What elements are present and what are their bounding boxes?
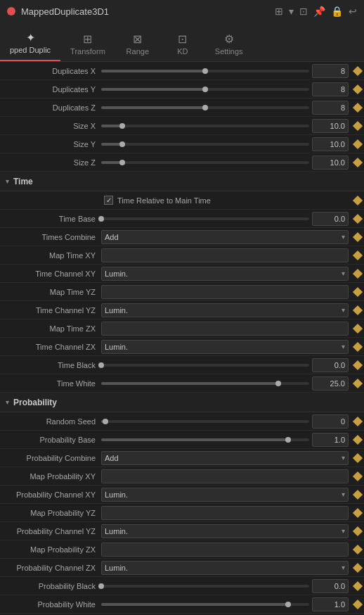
keyframe-map-time-xy[interactable] [353, 250, 363, 260]
keyframe-probability-black[interactable] [353, 581, 363, 590]
tab-range-label: Range [126, 47, 149, 56]
control-time-base [101, 212, 361, 226]
row-map-prob-xy: Map Probability XY [0, 467, 364, 486]
tab-mapped-duplic-icon: ✦ [26, 31, 35, 44]
input-map-prob-zx[interactable] [101, 543, 349, 557]
input-size-y[interactable] [312, 137, 349, 151]
slider-random-seed[interactable] [101, 416, 309, 427]
keyframe-map-time-zx[interactable] [353, 323, 363, 333]
slider-probability-base[interactable] [101, 434, 309, 445]
slider-duplicates-z[interactable] [101, 102, 309, 113]
dropdown-prob-channel-yz[interactable]: Lumin. ▾ [101, 524, 349, 538]
input-size-x[interactable] [312, 119, 349, 133]
dropdown-time-channel-xy[interactable]: Lumin. ▾ [101, 267, 349, 281]
slider-size-y[interactable] [101, 139, 309, 150]
input-map-time-xy[interactable] [101, 248, 349, 262]
row-probability-base: Probability Base [0, 431, 364, 449]
label-time-channel-zx: Time Channel ZX [3, 343, 101, 351]
tab-kd[interactable]: ⊡ KD [160, 28, 205, 61]
keyframe-map-prob-xy[interactable] [353, 471, 363, 481]
row-map-time-yz: Map Time YZ [0, 283, 364, 301]
slider-size-z[interactable] [101, 157, 309, 168]
keyframe-prob-channel-zx[interactable] [353, 562, 363, 572]
keyframe-prob-channel-xy[interactable] [353, 489, 363, 499]
keyframe-time-base[interactable] [353, 213, 363, 223]
input-probability-base[interactable] [312, 433, 349, 447]
dropdown-time-channel-xy-arrow: ▾ [342, 270, 345, 277]
input-map-prob-yz[interactable] [101, 506, 349, 520]
label-size-z: Size Z [3, 158, 101, 167]
window-icon-2[interactable]: ⊡ [299, 6, 308, 17]
section-header-time[interactable]: ▾ Time [0, 172, 364, 191]
label-map-prob-zx: Map Probability ZX [3, 545, 101, 554]
dropdown-time-channel-yz-arrow: ▾ [342, 306, 345, 314]
grid-icon[interactable]: ⊞ [275, 6, 283, 17]
keyframe-time-white[interactable] [353, 378, 363, 388]
keyframe-probability-white[interactable] [353, 599, 363, 609]
keyframe-time-black[interactable] [353, 360, 363, 369]
row-duplicates-x: Duplicates X [0, 62, 364, 80]
input-duplicates-x[interactable] [312, 64, 349, 78]
close-button[interactable] [7, 7, 15, 15]
input-size-z[interactable] [312, 156, 349, 170]
dropdown-prob-channel-xy[interactable]: Lumin. ▾ [101, 488, 349, 502]
row-prob-channel-xy: Probability Channel XY Lumin. ▾ [0, 486, 364, 504]
keyframe-size-z[interactable] [353, 157, 363, 167]
tab-settings[interactable]: ⚙ Settings [205, 28, 253, 61]
checkbox-time-relative[interactable]: ✓ [104, 196, 113, 205]
section-header-probability[interactable]: ▾ Probability [0, 393, 364, 412]
keyframe-random-seed[interactable] [353, 416, 363, 426]
tab-mapped-duplic[interactable]: ✦ pped Duplic [0, 27, 60, 61]
dropdown-time-channel-yz[interactable]: Lumin. ▾ [101, 303, 349, 317]
keyframe-size-x[interactable] [353, 120, 363, 130]
keyframe-time-relative[interactable] [353, 195, 363, 205]
input-random-seed[interactable] [312, 414, 349, 429]
keyframe-map-prob-zx[interactable] [353, 544, 363, 554]
keyframe-time-channel-xy[interactable] [353, 268, 363, 278]
input-duplicates-z[interactable] [312, 101, 349, 115]
keyframe-map-prob-yz[interactable] [353, 507, 363, 517]
slider-time-black[interactable] [101, 360, 309, 371]
keyframe-times-combine[interactable] [353, 232, 363, 241]
keyframe-prob-channel-yz[interactable] [353, 526, 363, 535]
row-time-black: Time Black [0, 356, 364, 374]
dropdown-times-combine-value: Add [105, 233, 119, 241]
dropdown-times-combine[interactable]: Add ▾ [101, 230, 349, 244]
slider-probability-black[interactable] [101, 581, 309, 592]
slider-time-base[interactable] [101, 213, 309, 224]
keyframe-map-time-yz[interactable] [353, 286, 363, 296]
slider-duplicates-y[interactable] [101, 84, 309, 95]
control-map-time-yz [101, 285, 361, 299]
slider-probability-white[interactable] [101, 599, 309, 610]
tab-transform[interactable]: ⊞ Transform [60, 28, 115, 61]
input-map-prob-xy[interactable] [101, 469, 349, 483]
dropdown-probability-combine[interactable]: Add ▾ [101, 451, 349, 465]
input-probability-black[interactable] [312, 579, 349, 593]
section-title-time: Time [13, 177, 33, 186]
input-time-white[interactable] [312, 376, 349, 391]
dropdown-prob-channel-zx[interactable]: Lumin. ▾ [101, 561, 349, 575]
input-map-time-zx[interactable] [101, 322, 349, 336]
keyframe-duplicates-y[interactable] [353, 84, 363, 94]
input-duplicates-y[interactable] [312, 82, 349, 96]
slider-duplicates-x[interactable] [101, 65, 309, 77]
dropdown-time-channel-zx[interactable]: Lumin. ▾ [101, 340, 349, 354]
keyframe-duplicates-z[interactable] [353, 102, 363, 112]
input-probability-white[interactable] [312, 597, 349, 611]
input-map-time-yz[interactable] [101, 285, 349, 299]
keyframe-time-channel-zx[interactable] [353, 341, 363, 351]
keyframe-size-y[interactable] [353, 139, 363, 148]
slider-time-white[interactable] [101, 378, 309, 389]
keyframe-probability-base[interactable] [353, 434, 363, 444]
keyframe-probability-combine[interactable] [353, 452, 363, 462]
keyframe-duplicates-x[interactable] [353, 65, 363, 75]
pin-icon[interactable]: 📌 [313, 6, 325, 17]
chevron-icon[interactable]: ▾ [289, 6, 294, 17]
lock-icon[interactable]: 🔒 [331, 6, 343, 17]
tab-range[interactable]: ⊠ Range [115, 28, 160, 61]
slider-size-x[interactable] [101, 120, 309, 132]
input-time-base[interactable] [312, 212, 349, 226]
reset-icon[interactable]: ↩ [349, 6, 357, 17]
keyframe-time-channel-yz[interactable] [353, 305, 363, 315]
input-time-black[interactable] [312, 358, 349, 372]
